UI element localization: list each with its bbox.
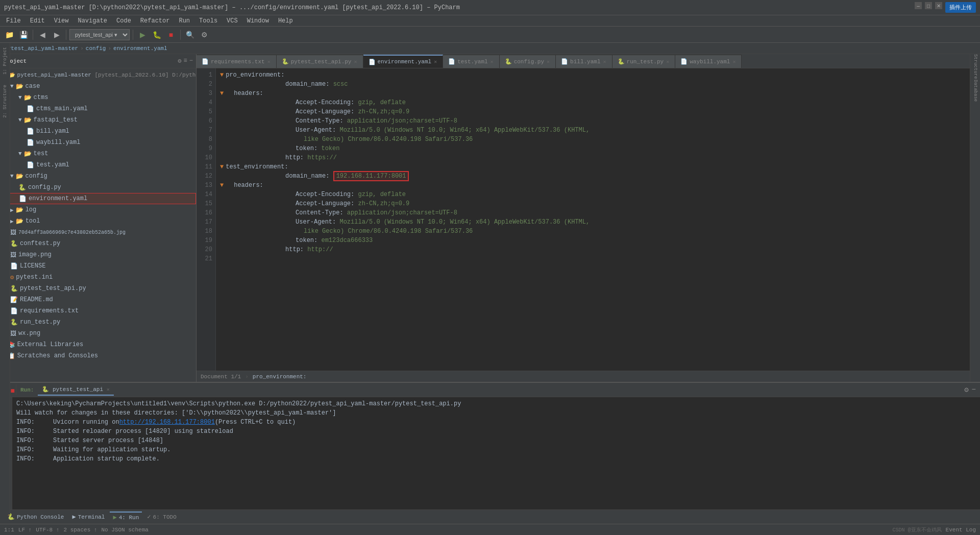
minimize-button[interactable]: –: [915, 2, 922, 9]
tree-image-png[interactable]: 🖼 image.png: [0, 249, 196, 260]
close-button[interactable]: ✕: [935, 2, 942, 9]
breadcrumb-root[interactable]: pytest_api_yaml-master: [4, 45, 78, 52]
sidebar-header-icons: ⚙ ≡ −: [178, 57, 193, 65]
tab-terminal[interactable]: ▶ Terminal: [69, 512, 108, 522]
menu-refactor[interactable]: Refactor: [136, 16, 174, 26]
tab-bill-yaml[interactable]: 📄 bill.yaml ✕: [556, 55, 612, 68]
tab-test-yaml-close[interactable]: ✕: [490, 58, 494, 65]
tree-waybill[interactable]: 📄 waybill.yaml: [0, 137, 196, 148]
tab-config-py[interactable]: 🐍 config.py ✕: [500, 55, 556, 68]
console-uvicorn-link[interactable]: http://192.168.11.177:8001: [119, 418, 215, 427]
tab-todo[interactable]: ✓ 6: TODO: [144, 512, 179, 522]
tree-conftest[interactable]: 🐍 conftest.py: [0, 238, 196, 249]
menu-navigate[interactable]: Navigate: [74, 16, 111, 26]
tree-tool[interactable]: ▶ 📂 tool: [0, 215, 196, 227]
menu-vcs[interactable]: VCS: [223, 16, 242, 26]
status-spaces[interactable]: 2 spaces ↑: [63, 527, 97, 533]
tab-environment-yaml[interactable]: 📄 environment.yaml ✕: [363, 55, 444, 68]
breadcrumb-file[interactable]: environment.yaml: [113, 45, 167, 52]
menu-run[interactable]: Run: [175, 16, 194, 26]
structure-icon[interactable]: Structure: [970, 56, 981, 77]
tree-image-jpg[interactable]: 🖼 70d4aff3a066969c7e43802eb52a65b.jpg: [0, 227, 196, 238]
tree-log[interactable]: ▶ 📂 log: [0, 204, 196, 215]
tab-requirements[interactable]: 📄 requirements.txt ✕: [197, 55, 277, 68]
tab-run-test[interactable]: 🐍 run_test.py ✕: [612, 55, 676, 68]
tab-test-yaml[interactable]: 📄 test.yaml ✕: [443, 55, 499, 68]
tab-run-close[interactable]: ✕: [666, 58, 670, 65]
sidebar-gear-icon[interactable]: ⚙: [178, 57, 181, 65]
status-position[interactable]: 1:1: [4, 527, 14, 533]
tab-4-run[interactable]: ▶ 4: Run: [110, 512, 142, 522]
title-bar: pytest_api_yaml-master [D:\python2022\py…: [0, 0, 980, 15]
tree-requirements[interactable]: 📄 requirements.txt: [0, 305, 196, 317]
chinese-plugin-button[interactable]: 插件上传: [945, 2, 976, 13]
menu-file[interactable]: File: [2, 16, 25, 26]
toolbar-debug-btn[interactable]: 🐛: [151, 29, 163, 41]
tree-scratches[interactable]: ▶ 📋 Scratches and Consoles: [0, 350, 196, 361]
tree-environment-yaml[interactable]: 📄 environment.yaml: [0, 193, 196, 204]
menu-tools[interactable]: Tools: [195, 16, 222, 26]
panel-close-icon[interactable]: −: [972, 385, 976, 394]
tree-root[interactable]: ▼ 📂 pytest_api_yaml-master [pytest_api_2…: [0, 69, 196, 81]
tree-case[interactable]: ▼ 📂 case: [0, 81, 196, 92]
tab-pytest-close[interactable]: ✕: [353, 58, 357, 65]
tree-test-yaml[interactable]: 📄 test.yaml: [0, 159, 196, 171]
folder-expand-icon-fastapi: ▼: [18, 117, 22, 123]
tree-readme[interactable]: 📝 README.md: [0, 294, 196, 305]
tab-pytest-test-api[interactable]: 🐍 pytest_test_api.py ✕: [277, 55, 363, 68]
maximize-button[interactable]: □: [925, 2, 932, 9]
toolbar-back-btn[interactable]: ◀: [36, 29, 48, 41]
tab-env-close[interactable]: ✕: [433, 58, 437, 65]
tab-python-console[interactable]: 🐍 Python Console: [4, 512, 67, 522]
status-event-log[interactable]: Event Log: [946, 527, 976, 533]
left-structure-icon[interactable]: 2: Structure: [3, 85, 8, 118]
tree-wx-png[interactable]: 🖼 wx.png: [0, 328, 196, 339]
run-tab-close[interactable]: ✕: [107, 387, 110, 393]
editor-content[interactable]: 1 2 3 4 5 6 7 8 9 10 11 12 13 14 15 16 1…: [197, 68, 970, 371]
tree-pytest-ini[interactable]: ⚙ pytest.ini: [0, 272, 196, 283]
tree-run-test[interactable]: 🐍 run_test.py: [0, 317, 196, 328]
tree-ctms-main[interactable]: 📄 ctms_main.yaml: [0, 103, 196, 114]
menu-help[interactable]: Help: [274, 16, 297, 26]
toolbar-settings-btn[interactable]: ⚙: [198, 29, 210, 41]
tab-config-close[interactable]: ✕: [546, 58, 550, 65]
database-icon[interactable]: Database: [970, 81, 981, 101]
toolbar-open-btn[interactable]: 📁: [3, 29, 15, 41]
panel-settings-icon[interactable]: ⚙: [964, 385, 968, 394]
breadcrumb-config[interactable]: config: [86, 45, 106, 52]
tab-waybill-close[interactable]: ✕: [732, 58, 736, 65]
tree-pytest-test-api[interactable]: 🐍 pytest_test_api.py: [0, 283, 196, 294]
status-schema[interactable]: No JSON schema: [101, 527, 148, 533]
toolbar-forward-btn[interactable]: ▶: [51, 29, 63, 41]
menu-view[interactable]: View: [50, 16, 73, 26]
tab-test-yaml-label: test.yaml: [457, 59, 487, 65]
tree-config-py[interactable]: 🐍 config.py: [0, 182, 196, 193]
tab-requirements-close[interactable]: ✕: [267, 58, 271, 65]
status-encoding[interactable]: UTF-8 ↑: [36, 527, 59, 533]
project-selector[interactable]: pytest_test_api ▾: [69, 29, 130, 40]
sidebar-collapse-icon[interactable]: −: [189, 57, 193, 65]
bottom-tab-run[interactable]: 🐍 pytest_test_api ✕: [38, 384, 113, 396]
toolbar-save-btn[interactable]: 💾: [17, 29, 30, 41]
tree-license[interactable]: 📄 LICENSE: [0, 260, 196, 272]
code-area[interactable]: ▼ pro_environment: ▼ domain_name: scsc ▼…: [216, 68, 970, 371]
path-breadcrumb: pro_environment:: [253, 374, 307, 380]
toolbar-stop-btn[interactable]: ■: [165, 29, 177, 41]
status-lf[interactable]: LF ↑: [18, 527, 32, 533]
left-project-icon[interactable]: 1: Project: [3, 47, 8, 75]
sidebar-sort-icon[interactable]: ≡: [184, 57, 187, 65]
menu-edit[interactable]: Edit: [26, 16, 49, 26]
toolbar-search-btn[interactable]: 🔍: [184, 29, 196, 41]
tree-ctms[interactable]: ▼ 📂 ctms: [0, 92, 196, 103]
toolbar-run-btn[interactable]: ▶: [136, 29, 149, 41]
tree-test[interactable]: ▼ 📂 test: [0, 148, 196, 159]
tree-bill[interactable]: 📄 bill.yaml: [0, 126, 196, 137]
menu-code[interactable]: Code: [112, 16, 135, 26]
run-stop-icon[interactable]: ■: [10, 387, 14, 395]
tab-waybill-yaml[interactable]: 📄 waybill.yaml ✕: [675, 55, 742, 68]
tree-fastapi[interactable]: ▼ 📂 fastapi_test: [0, 114, 196, 126]
tree-external-libs[interactable]: ▶ 📚 External Libraries: [0, 339, 196, 350]
tab-bill-close[interactable]: ✕: [603, 58, 607, 65]
tree-config[interactable]: ▼ 📂 config: [0, 171, 196, 182]
menu-window[interactable]: Window: [243, 16, 273, 26]
